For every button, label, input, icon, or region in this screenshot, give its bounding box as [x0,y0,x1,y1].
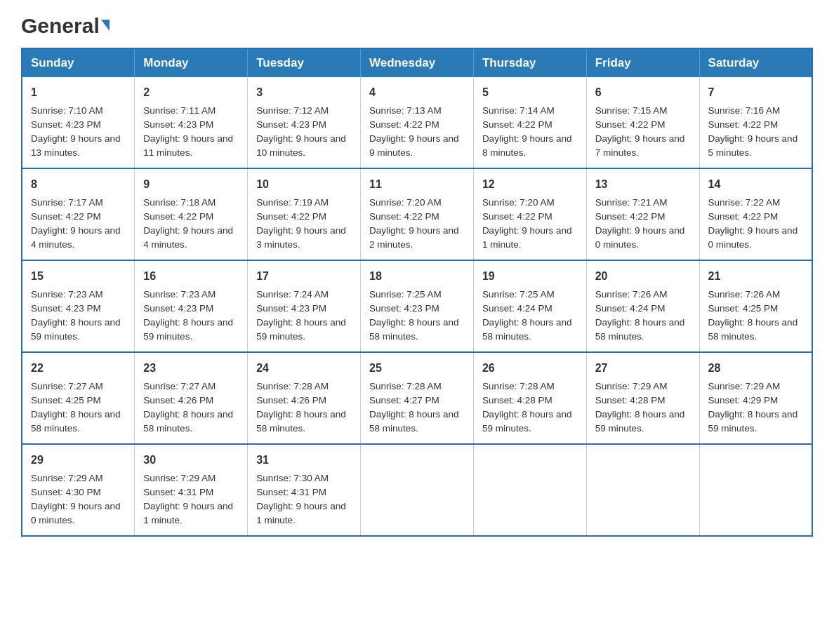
daylight-text: Daylight: 8 hours and 59 minutes. [31,317,121,342]
daylight-text: Daylight: 9 hours and 2 minutes. [369,225,459,250]
sunset-text: Sunset: 4:22 PM [595,119,666,130]
sunrise-text: Sunrise: 7:25 AM [482,289,555,300]
day-number: 18 [369,268,465,285]
day-number: 29 [31,452,126,469]
day-number: 19 [482,268,578,285]
day-cell-20: 20Sunrise: 7:26 AMSunset: 4:24 PMDayligh… [586,260,699,352]
day-cell-18: 18Sunrise: 7:25 AMSunset: 4:23 PMDayligh… [361,260,474,352]
daylight-text: Daylight: 8 hours and 58 minutes. [369,409,459,434]
sunrise-text: Sunrise: 7:21 AM [595,197,668,208]
sunset-text: Sunset: 4:23 PM [256,303,326,314]
day-number: 24 [256,360,352,377]
day-number: 15 [31,268,126,285]
sunrise-text: Sunrise: 7:26 AM [595,289,668,300]
logo-general-text: General [21,14,110,39]
sunrise-text: Sunrise: 7:28 AM [369,381,442,391]
day-number: 30 [143,452,239,469]
daylight-text: Daylight: 9 hours and 0 minutes. [31,501,121,525]
sunset-text: Sunset: 4:22 PM [708,211,779,222]
sunset-text: Sunset: 4:25 PM [31,395,101,405]
day-cell-24: 24Sunrise: 7:28 AMSunset: 4:26 PMDayligh… [248,352,361,444]
week-row-2: 8Sunrise: 7:17 AMSunset: 4:22 PMDaylight… [22,168,812,260]
sunrise-text: Sunrise: 7:27 AM [31,381,103,391]
calendar-table: SundayMondayTuesdayWednesdayThursdayFrid… [21,48,813,537]
day-number: 6 [595,84,691,101]
day-cell-3: 3Sunrise: 7:12 AMSunset: 4:23 PMDaylight… [248,77,361,168]
day-cell-10: 10Sunrise: 7:19 AMSunset: 4:22 PMDayligh… [248,168,361,260]
daylight-text: Daylight: 9 hours and 1 minute. [143,501,233,525]
day-cell-25: 25Sunrise: 7:28 AMSunset: 4:27 PMDayligh… [361,352,474,444]
sunset-text: Sunset: 4:22 PM [482,211,552,222]
sunrise-text: Sunrise: 7:20 AM [482,197,555,208]
sunrise-text: Sunrise: 7:22 AM [708,197,781,208]
day-cell-16: 16Sunrise: 7:23 AMSunset: 4:23 PMDayligh… [135,260,248,352]
daylight-text: Daylight: 9 hours and 1 minute. [482,225,572,250]
day-number: 11 [369,176,465,193]
day-cell-21: 21Sunrise: 7:26 AMSunset: 4:25 PMDayligh… [699,260,812,352]
day-number: 5 [482,84,578,101]
day-cell-28: 28Sunrise: 7:29 AMSunset: 4:29 PMDayligh… [699,352,812,444]
sunset-text: Sunset: 4:26 PM [256,395,326,405]
sunset-text: Sunset: 4:28 PM [595,395,666,405]
daylight-text: Daylight: 8 hours and 58 minutes. [369,317,459,342]
day-number: 17 [256,268,352,285]
sunrise-text: Sunrise: 7:27 AM [143,381,216,391]
day-cell-12: 12Sunrise: 7:20 AMSunset: 4:22 PMDayligh… [473,168,586,260]
sunset-text: Sunset: 4:22 PM [143,211,213,222]
day-cell-5: 5Sunrise: 7:14 AMSunset: 4:22 PMDaylight… [473,77,586,168]
logo: General [21,14,110,35]
day-header-sunday: Sunday [22,48,135,77]
day-cell-2: 2Sunrise: 7:11 AMSunset: 4:23 PMDaylight… [135,77,248,168]
daylight-text: Daylight: 9 hours and 11 minutes. [143,133,233,158]
sunrise-text: Sunrise: 7:14 AM [482,105,555,116]
day-header-thursday: Thursday [473,48,586,77]
day-number: 22 [31,360,126,377]
sunset-text: Sunset: 4:22 PM [369,119,439,130]
day-number: 1 [31,84,126,101]
sunrise-text: Sunrise: 7:15 AM [595,105,668,116]
day-number: 23 [143,360,239,377]
daylight-text: Daylight: 8 hours and 59 minutes. [708,409,798,434]
daylight-text: Daylight: 9 hours and 4 minutes. [31,225,121,250]
day-cell-9: 9Sunrise: 7:18 AMSunset: 4:22 PMDaylight… [135,168,248,260]
daylight-text: Daylight: 9 hours and 9 minutes. [369,133,459,158]
sunrise-text: Sunrise: 7:30 AM [256,473,329,483]
empty-cell [361,444,474,536]
daylight-text: Daylight: 9 hours and 4 minutes. [143,225,233,250]
sunset-text: Sunset: 4:22 PM [369,211,439,222]
day-number: 21 [708,268,803,285]
day-cell-27: 27Sunrise: 7:29 AMSunset: 4:28 PMDayligh… [586,352,699,444]
day-number: 28 [708,360,803,377]
day-cell-29: 29Sunrise: 7:29 AMSunset: 4:30 PMDayligh… [22,444,135,536]
week-row-4: 22Sunrise: 7:27 AMSunset: 4:25 PMDayligh… [22,352,812,444]
day-cell-19: 19Sunrise: 7:25 AMSunset: 4:24 PMDayligh… [473,260,586,352]
day-cell-4: 4Sunrise: 7:13 AMSunset: 4:22 PMDaylight… [361,77,474,168]
day-number: 25 [369,360,465,377]
daylight-text: Daylight: 9 hours and 13 minutes. [31,133,121,158]
sunset-text: Sunset: 4:29 PM [708,395,779,405]
daylight-text: Daylight: 8 hours and 59 minutes. [143,317,233,342]
sunrise-text: Sunrise: 7:23 AM [143,289,216,300]
day-cell-22: 22Sunrise: 7:27 AMSunset: 4:25 PMDayligh… [22,352,135,444]
daylight-text: Daylight: 9 hours and 5 minutes. [708,133,798,158]
daylight-text: Daylight: 9 hours and 0 minutes. [708,225,798,250]
sunset-text: Sunset: 4:22 PM [708,119,779,130]
day-cell-30: 30Sunrise: 7:29 AMSunset: 4:31 PMDayligh… [135,444,248,536]
logo-main: General [21,14,110,35]
daylight-text: Daylight: 8 hours and 59 minutes. [256,317,346,342]
day-cell-15: 15Sunrise: 7:23 AMSunset: 4:23 PMDayligh… [22,260,135,352]
daylight-text: Daylight: 8 hours and 59 minutes. [482,409,572,434]
sunrise-text: Sunrise: 7:20 AM [369,197,442,208]
sunrise-text: Sunrise: 7:19 AM [256,197,329,208]
day-cell-7: 7Sunrise: 7:16 AMSunset: 4:22 PMDaylight… [699,77,812,168]
sunrise-text: Sunrise: 7:29 AM [595,381,668,391]
sunrise-text: Sunrise: 7:23 AM [31,289,103,300]
sunset-text: Sunset: 4:31 PM [143,487,213,497]
day-cell-11: 11Sunrise: 7:20 AMSunset: 4:22 PMDayligh… [361,168,474,260]
daylight-text: Daylight: 8 hours and 58 minutes. [31,409,121,434]
day-header-friday: Friday [586,48,699,77]
day-cell-17: 17Sunrise: 7:24 AMSunset: 4:23 PMDayligh… [248,260,361,352]
sunrise-text: Sunrise: 7:18 AM [143,197,216,208]
sunset-text: Sunset: 4:23 PM [143,303,213,314]
sunset-text: Sunset: 4:22 PM [482,119,552,130]
